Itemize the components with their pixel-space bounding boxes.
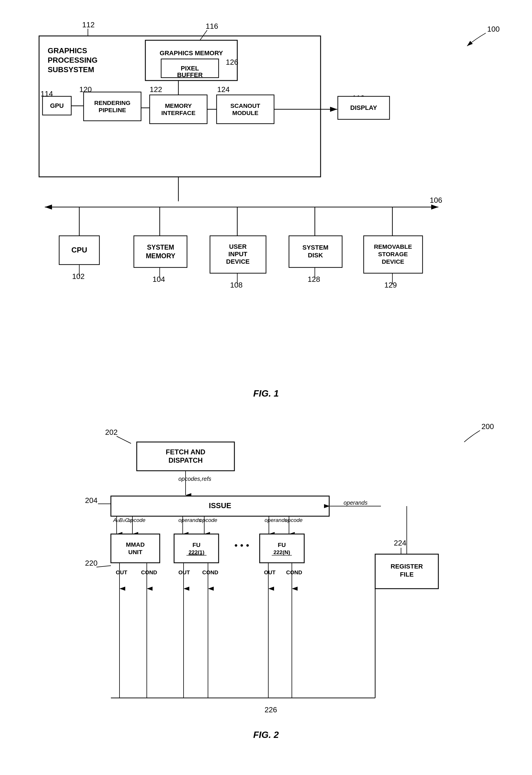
ref-128-label: 128 — [308, 275, 320, 284]
rendering-pipeline-box — [84, 92, 141, 121]
dots-label: • • • — [234, 540, 249, 550]
out-label-mmad: OUT — [116, 569, 128, 575]
figure-2-svg: 200 202 FETCH AND DISPATCH opcodes,refs … — [22, 410, 510, 727]
figure-1-svg: 100 112 GRAPHICS PROCESSING SUBSYSTEM 11… — [22, 11, 510, 385]
system-disk-label: SYSTEM — [302, 244, 328, 251]
ref-116-label: 116 — [206, 22, 218, 30]
memory-interface-label: MEMORY — [165, 102, 192, 109]
ref-112-label: 112 — [82, 20, 95, 29]
system-memory-label: SYSTEM — [147, 244, 174, 251]
register-file-label: REGISTER — [391, 563, 423, 570]
scanout-module-label: SCANOUT — [230, 102, 260, 109]
fu1-label: FU — [192, 541, 201, 548]
ref-226-label: 226 — [265, 705, 277, 714]
out-label-fu1: OUT — [178, 569, 190, 575]
figure-2-container: 200 202 FETCH AND DISPATCH opcodes,refs … — [22, 410, 510, 727]
mmad-label2: UNIT — [128, 549, 142, 555]
ref-124-label: 124 — [217, 85, 230, 94]
fu1-label2: 222(1) — [189, 549, 205, 555]
figure-1-container: 100 112 GRAPHICS PROCESSING SUBSYSTEM 11… — [22, 11, 510, 385]
fun-label: FU — [278, 541, 286, 548]
scanout-module-box — [217, 95, 274, 124]
ref-202-label: 202 — [105, 428, 117, 436]
removable-storage-label: REMOVABLE — [374, 243, 412, 250]
removable-storage-label2: STORAGE — [378, 251, 408, 257]
ref-126-label: 126 — [226, 58, 238, 66]
register-file-label2: FILE — [400, 571, 414, 578]
fetch-dispatch-label: FETCH AND — [166, 448, 205, 456]
system-memory-label2: MEMORY — [146, 252, 176, 260]
memory-interface-box — [150, 95, 207, 124]
opcodes-refs-label: opcodes,refs — [178, 476, 211, 482]
issue-label: ISSUE — [209, 501, 231, 510]
pixel-buffer-label: PIXEL — [181, 65, 199, 72]
opcode-fun-label: opcode — [285, 517, 302, 523]
ref-220-label: 220 — [85, 559, 97, 567]
gps-label3: SUBSYSTEM — [48, 65, 94, 74]
ref-204-label: 204 — [85, 496, 97, 505]
operands-fun-label: operands — [265, 517, 288, 523]
ref-224-label: 224 — [394, 538, 406, 547]
fetch-dispatch-label2: DISPATCH — [168, 456, 203, 464]
ref-108-label: 108 — [230, 281, 242, 289]
fig2-caption: FIG. 2 — [17, 730, 515, 740]
cpu-label: CPU — [72, 246, 87, 254]
ref-122-label: 122 — [150, 85, 162, 94]
cond-label-fun: COND — [286, 569, 302, 575]
system-disk-label2: DISK — [308, 252, 323, 259]
fu1-box — [174, 534, 219, 563]
gpu-label: GPU — [50, 102, 64, 109]
rendering-pipeline-label: RENDERING — [94, 99, 130, 106]
ref-106-label: 106 — [430, 196, 442, 205]
ref-102-label: 102 — [72, 272, 84, 281]
ref-104-label: 104 — [153, 275, 165, 284]
ref-100-label: 100 — [487, 25, 500, 33]
mmad-unit-box — [111, 534, 160, 563]
opcode-fu1-label: opcode — [199, 517, 217, 523]
system-memory-box — [134, 236, 187, 268]
user-input-label3: DEVICE — [226, 258, 250, 265]
cond-label-fu1: COND — [202, 569, 218, 575]
operands-fu1-label: operands — [178, 517, 201, 523]
display-label: DISPLAY — [350, 104, 377, 111]
memory-interface-label2: INTERFACE — [161, 109, 195, 116]
opcode-label1: opcode — [128, 517, 145, 523]
page: 100 112 GRAPHICS PROCESSING SUBSYSTEM 11… — [0, 0, 532, 763]
rendering-pipeline-label2: PIPELINE — [99, 107, 126, 113]
fun-label2: 222(N) — [273, 549, 290, 555]
ref-129-label: 129 — [384, 281, 397, 289]
fig1-caption: FIG. 1 — [17, 388, 515, 399]
removable-storage-label3: DEVICE — [382, 258, 404, 265]
fun-box — [260, 534, 304, 563]
scanout-module-label2: MODULE — [232, 109, 259, 116]
user-input-label2: INPUT — [228, 251, 248, 258]
svg-line-38 — [97, 565, 111, 567]
user-input-label: USER — [229, 243, 246, 250]
gps-label2: PROCESSING — [48, 56, 97, 64]
gps-label: GRAPHICS — [48, 46, 87, 55]
svg-line-27 — [117, 436, 131, 443]
ref-200-label: 200 — [481, 422, 494, 431]
mmad-label: MMAD — [126, 541, 144, 548]
cond-label-mmad: COND — [141, 569, 157, 575]
graphics-memory-label: GRAPHICS MEMORY — [160, 49, 223, 57]
out-label-fun: OUT — [264, 569, 276, 575]
pixel-buffer-label2: BUFFER — [177, 71, 203, 78]
operands-right-label: operands — [344, 499, 367, 506]
